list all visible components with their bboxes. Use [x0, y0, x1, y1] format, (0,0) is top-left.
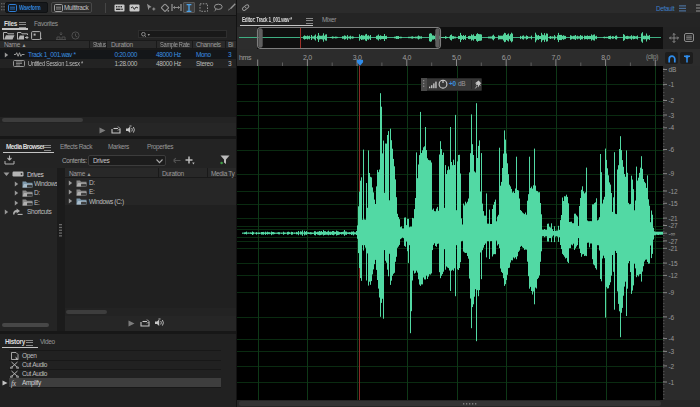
svg-text:-27: -27	[669, 238, 678, 245]
svg-text:-21: -21	[669, 215, 678, 222]
svg-text:-1: -1	[669, 379, 675, 386]
svg-text:-9: -9	[669, 170, 675, 177]
svg-text:-1: -1	[669, 81, 675, 88]
svg-text:-3: -3	[669, 112, 675, 119]
svg-text:dB: dB	[669, 66, 677, 73]
svg-text:-21: -21	[669, 245, 678, 252]
svg-text:-6: -6	[669, 146, 675, 153]
svg-text:-12: -12	[669, 188, 678, 195]
svg-text:-3: -3	[669, 348, 675, 355]
svg-text:6.0: 6.0	[502, 54, 511, 61]
svg-text:-2: -2	[669, 363, 675, 370]
svg-text:-12: -12	[669, 272, 678, 279]
svg-text:7.0: 7.0	[551, 54, 560, 61]
svg-text:-4: -4	[669, 335, 675, 342]
svg-text:8.0: 8.0	[601, 54, 610, 61]
svg-text:-15: -15	[669, 260, 678, 267]
svg-text:-4: -4	[669, 124, 675, 131]
svg-text:5.0: 5.0	[452, 54, 461, 61]
svg-text:2.0: 2.0	[303, 54, 312, 61]
svg-text:4.0: 4.0	[402, 54, 411, 61]
svg-text:-2: -2	[669, 97, 675, 104]
svg-text:-9: -9	[669, 289, 675, 296]
svg-text:-27: -27	[669, 222, 678, 229]
svg-text:-6: -6	[669, 314, 675, 321]
svg-text:hms: hms	[239, 54, 252, 61]
svg-text:-15: -15	[669, 200, 678, 207]
svg-text:-∞: -∞	[669, 230, 676, 237]
